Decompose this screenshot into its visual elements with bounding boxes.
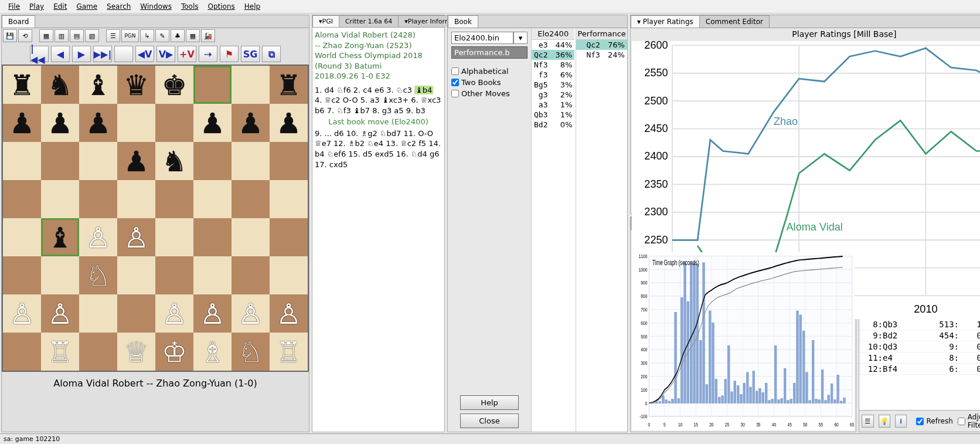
close-button[interactable]: Close <box>460 414 519 428</box>
square[interactable]: ♞ <box>155 142 193 180</box>
square[interactable] <box>193 256 232 294</box>
tb-icon[interactable]: ▤ <box>70 29 84 42</box>
square[interactable] <box>270 180 308 218</box>
square[interactable] <box>232 218 270 256</box>
square[interactable] <box>232 66 270 104</box>
pencil-icon[interactable]: ✎ <box>155 29 169 42</box>
square[interactable]: ♟ <box>193 104 232 142</box>
book-row[interactable]: Nf38% <box>532 60 574 70</box>
square[interactable]: ♝ <box>41 218 79 256</box>
square[interactable]: ♚ <box>155 66 193 104</box>
menu-game[interactable]: Game <box>72 1 102 12</box>
tb-icon[interactable]: ▦ <box>39 29 53 42</box>
book-row[interactable]: Qc236% <box>532 50 574 60</box>
square[interactable] <box>193 142 232 180</box>
pgi-tab[interactable]: Critter 1.6a 64 <box>339 15 399 27</box>
square[interactable]: ♙ <box>41 294 79 333</box>
book-select-2[interactable]: Performance.b <box>451 46 528 59</box>
help-button[interactable]: Help <box>460 395 519 410</box>
square[interactable]: ♟ <box>270 104 308 142</box>
book-row[interactable]: Bg53% <box>532 80 574 90</box>
square[interactable]: ♙ <box>3 294 41 333</box>
square[interactable] <box>79 294 117 333</box>
square[interactable] <box>117 104 155 142</box>
square[interactable]: ♜ <box>270 66 308 104</box>
square[interactable] <box>3 218 41 256</box>
menu-options[interactable]: Options <box>203 1 239 12</box>
square[interactable] <box>155 256 193 294</box>
tree-row[interactable]: 10:Qd39:0.0%55. <box>859 341 980 353</box>
square[interactable]: ♖ <box>41 333 79 371</box>
square[interactable] <box>270 218 308 256</box>
tree-icon[interactable]: ♣ <box>171 29 185 42</box>
square[interactable]: ♟ <box>41 104 79 142</box>
save-icon[interactable]: 💾 <box>3 29 17 42</box>
square[interactable] <box>3 142 41 180</box>
adjust-filter-checkbox[interactable]: Adjust Filter <box>958 413 980 429</box>
nav-button[interactable]: ⇢ <box>199 46 217 62</box>
square[interactable]: ♗ <box>193 333 232 371</box>
square[interactable]: ♟ <box>3 104 41 142</box>
book-row[interactable]: e344% <box>532 40 574 50</box>
square[interactable]: ♟ <box>232 104 270 142</box>
square[interactable] <box>270 256 308 294</box>
square[interactable] <box>117 256 155 294</box>
square[interactable] <box>155 104 193 142</box>
list-icon[interactable]: ☰ <box>106 29 120 42</box>
tab-board[interactable]: Board <box>2 15 35 28</box>
arrow-icon[interactable]: ↳ <box>140 29 154 42</box>
nav-button[interactable]: SG <box>241 46 260 62</box>
ratings-tab[interactable]: ▾ Player Ratings <box>631 15 700 28</box>
nav-button[interactable]: +V <box>178 46 196 62</box>
square[interactable]: ♙ <box>79 218 117 256</box>
square[interactable]: ♜ <box>3 66 41 104</box>
book-row[interactable]: a31% <box>532 100 574 110</box>
square[interactable]: ♙ <box>155 294 193 333</box>
flip-icon[interactable]: ⟲ <box>18 29 32 42</box>
square[interactable]: ♙ <box>117 218 155 256</box>
square[interactable]: ♘ <box>232 333 270 371</box>
nav-button[interactable]: ⚑ <box>220 46 239 62</box>
two-books-checkbox[interactable]: Two Books <box>451 78 528 87</box>
menu-help[interactable]: Help <box>240 1 265 12</box>
square[interactable] <box>232 256 270 294</box>
tree-row[interactable]: 9:Bd2454:0.8%42. <box>859 330 980 341</box>
info-icon[interactable]: i <box>895 415 907 428</box>
square[interactable]: ♛ <box>117 66 155 104</box>
engine-icon[interactable]: 🚂 <box>201 29 215 42</box>
square[interactable] <box>193 180 232 218</box>
book-select-1[interactable]: Elo2400.bin <box>451 32 513 44</box>
square[interactable] <box>155 180 193 218</box>
refresh-checkbox[interactable]: Refresh <box>916 417 952 425</box>
book-row[interactable]: g32% <box>532 90 574 100</box>
square[interactable] <box>270 142 308 180</box>
nav-button[interactable]: ◀V <box>135 46 154 62</box>
book-row[interactable]: Qc276% <box>576 40 627 50</box>
square[interactable] <box>117 294 155 333</box>
nav-button[interactable]: ◀ <box>51 46 70 62</box>
square[interactable] <box>79 180 117 218</box>
square[interactable] <box>193 66 232 104</box>
menu-edit[interactable]: Edit <box>49 1 72 12</box>
square[interactable]: ♟ <box>117 142 155 180</box>
menu-windows[interactable]: Windows <box>135 1 176 12</box>
grid-icon[interactable]: ▦ <box>186 29 200 42</box>
square[interactable] <box>155 218 193 256</box>
square[interactable]: ♞ <box>41 66 79 104</box>
square[interactable] <box>79 333 117 371</box>
square[interactable] <box>193 218 232 256</box>
nav-button[interactable]: ⧉ <box>262 46 281 62</box>
book-row[interactable]: Qb31% <box>532 110 574 120</box>
square[interactable] <box>79 142 117 180</box>
nav-button[interactable]: ▶ <box>72 46 91 62</box>
square[interactable] <box>3 333 41 371</box>
square[interactable] <box>232 180 270 218</box>
square[interactable]: ♖ <box>270 333 308 371</box>
tb-icon[interactable]: ▥ <box>55 29 69 42</box>
square[interactable] <box>232 142 270 180</box>
nav-button[interactable] <box>114 46 133 62</box>
tab-book[interactable]: Book <box>448 15 478 28</box>
nav-button[interactable]: |◀◀ <box>30 46 49 62</box>
alphabetical-checkbox[interactable]: Alphabetical <box>451 67 528 76</box>
square[interactable] <box>3 256 41 294</box>
